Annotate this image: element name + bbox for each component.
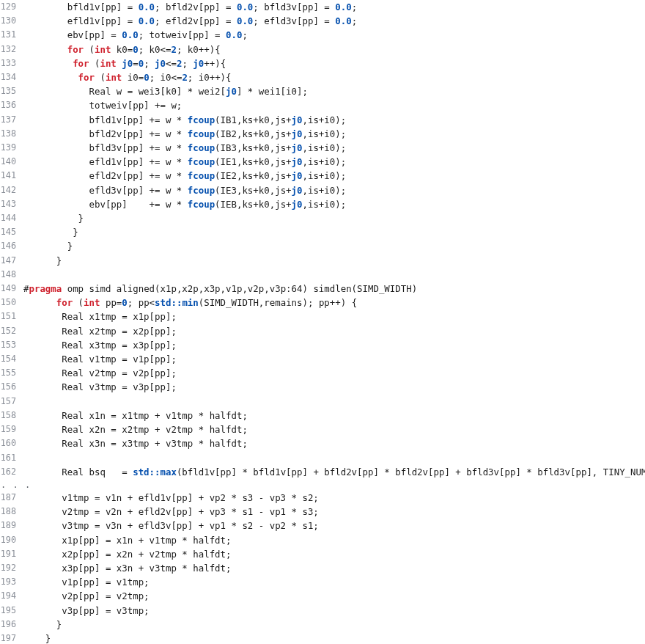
code-line: 162 Real bsq = std::max(bfld1v[pp] * bfl… <box>0 465 645 479</box>
token: } <box>23 255 62 266</box>
code-line: 197 } <box>0 632 645 644</box>
line-number: 138 <box>0 127 23 141</box>
token: ; pp< <box>128 297 155 308</box>
code-source <box>23 451 645 465</box>
code-source: for (int i0=0; i0<=2; i0++){ <box>23 70 645 84</box>
line-number: 142 <box>0 183 23 197</box>
token: for <box>56 297 73 308</box>
line-number: 196 <box>0 618 23 632</box>
token <box>23 58 73 69</box>
token: ebv[pp] += w * <box>23 199 188 210</box>
token: } <box>23 633 51 644</box>
code-source: Real x1tmp = x1p[pp]; <box>23 310 645 323</box>
token: v2tmp = v2n + efld2v[pp] + vp3 * s1 - vp… <box>23 506 319 517</box>
code-line: 144 } <box>0 211 645 225</box>
line-number: 190 <box>0 533 23 547</box>
token: ; i0++){ <box>188 72 232 83</box>
token: int <box>100 58 116 69</box>
code-line: 156 Real v3tmp = v3p[pp]; <box>0 380 645 394</box>
line-number: 197 <box>0 632 23 644</box>
line-number: 139 <box>0 141 23 155</box>
token: (IEB,ks+k0,js+ <box>215 199 291 210</box>
code-listing: 129 bfld1v[pp] = 0.0; bfld2v[pp] = 0.0; … <box>0 0 645 644</box>
token: for <box>73 58 89 69</box>
line-number: 140 <box>0 155 23 169</box>
token: (IE3,ks+k0,js+ <box>215 185 291 196</box>
code-source: for (int j0=0; j0<=2; j0++){ <box>23 56 645 70</box>
token: int <box>95 44 111 55</box>
code-line: 136 totweiv[pp] += w; <box>0 98 645 112</box>
line-number: 150 <box>0 296 23 310</box>
token: ; efld2v[pp] = <box>155 15 237 26</box>
line-number: 144 <box>0 211 23 225</box>
token: j0 <box>226 86 237 97</box>
token: j0 <box>292 128 303 139</box>
code-source: x1p[pp] = x1n + v1tmp * halfdt; <box>23 533 645 547</box>
token: 0.0 <box>226 29 242 40</box>
token: int <box>106 72 122 83</box>
code-source: for (int pp=0; pp<std::min(SIMD_WIDTH,re… <box>23 296 645 310</box>
token: v1tmp = v1n + efld1v[pp] + vp2 * s3 - vp… <box>23 492 319 503</box>
token: j0 <box>292 170 303 181</box>
code-line: 150 for (int pp=0; pp<std::min(SIMD_WIDT… <box>0 296 645 310</box>
code-line: 137 bfld1v[pp] += w * fcoup(IB1,ks+k0,js… <box>0 113 645 127</box>
token: ; <box>182 58 193 69</box>
code-source: for (int k0=0; k0<=2; k0++){ <box>23 43 645 56</box>
code-line: 129 bfld1v[pp] = 0.0; bfld2v[pp] = 0.0; … <box>0 0 645 14</box>
token: efld1v[pp] = <box>23 15 139 26</box>
code-line: 157 <box>0 395 645 409</box>
code-line: 139 bfld3v[pp] += w * fcoup(IB3,ks+k0,js… <box>0 141 645 155</box>
code-source: } <box>23 211 645 225</box>
line-number: 146 <box>0 239 23 253</box>
code-source: v1tmp = v1n + efld1v[pp] + vp2 * s3 - vp… <box>23 491 645 505</box>
token: bfld2v[pp] += w * <box>23 128 188 139</box>
code-source: x3p[pp] = x3n + v3tmp * halfdt; <box>23 561 645 575</box>
token: int <box>84 297 100 308</box>
code-source: Real x2n = x2tmp + v2tmp * halfdt; <box>23 422 645 436</box>
token: Real x3tmp = x3p[pp]; <box>23 340 177 351</box>
line-number: 137 <box>0 113 23 127</box>
code-line: 190 x1p[pp] = x1n + v1tmp * halfdt; <box>0 533 645 547</box>
token: std::max <box>133 466 177 477</box>
line-number: 189 <box>0 519 23 533</box>
code-line: 146 } <box>0 239 645 253</box>
token: bfld1v[pp] = <box>23 1 139 12</box>
code-source <box>23 268 645 282</box>
line-number: 151 <box>0 310 23 323</box>
token: j0 <box>292 156 303 167</box>
token: v3p[pp] = v3tmp; <box>23 605 150 616</box>
code-source: bfld2v[pp] += w * fcoup(IB2,ks+k0,js+j0,… <box>23 127 645 141</box>
token: } <box>23 619 62 630</box>
token: ; k0<= <box>139 44 172 55</box>
token: fcoup <box>188 170 215 181</box>
code-line: 160 Real x3n = x3tmp + v3tmp * halfdt; <box>0 436 645 450</box>
code-source: Real x3tmp = x3p[pp]; <box>23 338 645 352</box>
line-number: 154 <box>0 352 23 366</box>
code-line: 145 } <box>0 225 645 239</box>
token: ; <box>352 1 357 12</box>
token: } <box>23 213 84 224</box>
code-source: efld1v[pp] = 0.0; efld2v[pp] = 0.0; efld… <box>23 14 645 28</box>
code-source: bfld3v[pp] += w * fcoup(IB3,ks+k0,js+j0,… <box>23 141 645 155</box>
token: ,is+i0); <box>302 114 346 125</box>
code-source: ebv[pp] += w * fcoup(IEB,ks+k0,js+j0,is+… <box>23 197 645 211</box>
line-number: 155 <box>0 366 23 380</box>
code-line: 189 v3tmp = v3n + efld3v[pp] + vp1 * s2 … <box>0 519 645 533</box>
line-number: 156 <box>0 380 23 394</box>
line-number: 195 <box>0 604 23 618</box>
code-source: } <box>23 225 645 239</box>
line-number: 159 <box>0 422 23 436</box>
code-source: v3tmp = v3n + efld3v[pp] + vp1 * s2 - vp… <box>23 519 645 533</box>
line-number: 188 <box>0 505 23 519</box>
code-source: efld2v[pp] += w * fcoup(IE2,ks+k0,js+j0,… <box>23 169 645 183</box>
token: j0 <box>122 58 133 69</box>
token: ,is+i0); <box>302 156 346 167</box>
token: 2 <box>182 72 187 83</box>
token: std::min <box>155 297 199 308</box>
line-number: 132 <box>0 43 23 56</box>
code-source: } <box>23 254 645 268</box>
code-source: efld3v[pp] += w * fcoup(IE3,ks+k0,js+j0,… <box>23 183 645 197</box>
token: j0 <box>292 199 303 210</box>
token: ; <box>242 29 247 40</box>
ellipsis-row: . . . <box>0 479 645 491</box>
